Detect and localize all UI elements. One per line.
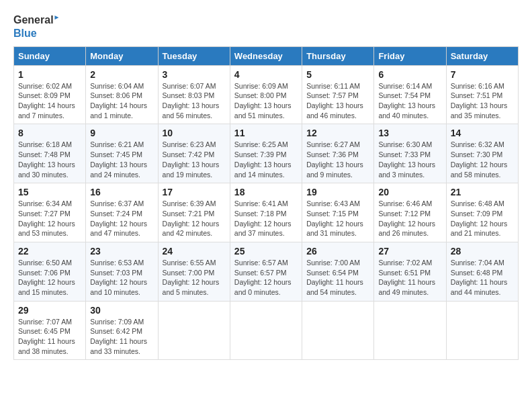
calendar-cell: 2 Sunrise: 6:04 AM Sunset: 8:06 PM Dayli… <box>86 65 158 124</box>
weekday-header-tuesday: Tuesday <box>158 46 230 65</box>
calendar-cell: 5 Sunrise: 6:11 AM Sunset: 7:57 PM Dayli… <box>302 65 374 124</box>
day-number: 18 <box>234 187 298 197</box>
day-number: 19 <box>306 187 369 197</box>
calendar-cell: 7 Sunrise: 6:16 AM Sunset: 7:51 PM Dayli… <box>446 65 518 124</box>
day-detail: Sunrise: 6:41 AM Sunset: 7:18 PM Dayligh… <box>234 199 298 238</box>
calendar-cell: 26 Sunrise: 7:00 AM Sunset: 6:54 PM Dayl… <box>302 242 374 301</box>
calendar-cell <box>374 301 446 360</box>
calendar-cell: 22 Sunrise: 6:50 AM Sunset: 7:06 PM Dayl… <box>14 242 86 301</box>
day-number: 11 <box>234 128 298 138</box>
day-number: 20 <box>378 187 441 197</box>
day-detail: Sunrise: 7:00 AM Sunset: 6:54 PM Dayligh… <box>306 258 369 298</box>
day-detail: Sunrise: 7:07 AM Sunset: 6:45 PM Dayligh… <box>18 317 81 357</box>
day-detail: Sunrise: 6:30 AM Sunset: 7:33 PM Dayligh… <box>378 140 441 179</box>
day-detail: Sunrise: 7:04 AM Sunset: 6:48 PM Dayligh… <box>451 258 514 298</box>
day-detail: Sunrise: 6:18 AM Sunset: 7:48 PM Dayligh… <box>18 140 81 179</box>
calendar-cell: 13 Sunrise: 6:30 AM Sunset: 7:33 PM Dayl… <box>374 124 446 183</box>
day-detail: Sunrise: 6:39 AM Sunset: 7:21 PM Dayligh… <box>163 199 226 238</box>
calendar-cell: 20 Sunrise: 6:46 AM Sunset: 7:12 PM Dayl… <box>374 183 446 242</box>
day-detail: Sunrise: 6:57 AM Sunset: 6:57 PM Dayligh… <box>234 258 298 298</box>
day-number: 5 <box>306 69 369 80</box>
day-number: 10 <box>163 128 226 138</box>
day-detail: Sunrise: 6:23 AM Sunset: 7:42 PM Dayligh… <box>163 140 226 179</box>
calendar-body: 1 Sunrise: 6:02 AM Sunset: 8:09 PM Dayli… <box>14 65 519 360</box>
calendar-week-4: 22 Sunrise: 6:50 AM Sunset: 7:06 PM Dayl… <box>14 242 519 301</box>
day-detail: Sunrise: 7:02 AM Sunset: 6:51 PM Dayligh… <box>378 258 441 298</box>
calendar-cell: 9 Sunrise: 6:21 AM Sunset: 7:45 PM Dayli… <box>86 124 158 183</box>
day-detail: Sunrise: 6:16 AM Sunset: 7:51 PM Dayligh… <box>451 81 514 121</box>
day-number: 17 <box>163 187 226 197</box>
calendar-cell: 29 Sunrise: 7:07 AM Sunset: 6:45 PM Dayl… <box>14 301 86 360</box>
calendar-cell: 21 Sunrise: 6:48 AM Sunset: 7:09 PM Dayl… <box>446 183 518 242</box>
day-number: 15 <box>18 187 81 197</box>
day-number: 9 <box>90 128 153 138</box>
day-number: 26 <box>306 246 369 257</box>
calendar-cell <box>302 301 374 360</box>
calendar-cell: 19 Sunrise: 6:43 AM Sunset: 7:15 PM Dayl… <box>302 183 374 242</box>
day-detail: Sunrise: 6:37 AM Sunset: 7:24 PM Dayligh… <box>90 199 153 238</box>
day-number: 14 <box>451 128 514 138</box>
logo: General► Blue <box>13 13 60 40</box>
day-detail: Sunrise: 6:55 AM Sunset: 7:00 PM Dayligh… <box>163 258 226 298</box>
calendar-cell: 24 Sunrise: 6:55 AM Sunset: 7:00 PM Dayl… <box>158 242 230 301</box>
day-detail: Sunrise: 6:11 AM Sunset: 7:57 PM Dayligh… <box>306 81 369 121</box>
weekday-header-friday: Friday <box>374 46 446 65</box>
calendar-cell: 3 Sunrise: 6:07 AM Sunset: 8:03 PM Dayli… <box>158 65 230 124</box>
day-detail: Sunrise: 6:50 AM Sunset: 7:06 PM Dayligh… <box>18 258 81 298</box>
day-number: 3 <box>163 69 226 80</box>
calendar-table: SundayMondayTuesdayWednesdayThursdayFrid… <box>13 46 519 361</box>
weekday-header-saturday: Saturday <box>446 46 518 65</box>
calendar-cell: 14 Sunrise: 6:32 AM Sunset: 7:30 PM Dayl… <box>446 124 518 183</box>
calendar-cell: 27 Sunrise: 7:02 AM Sunset: 6:51 PM Dayl… <box>374 242 446 301</box>
calendar-cell: 6 Sunrise: 6:14 AM Sunset: 7:54 PM Dayli… <box>374 65 446 124</box>
day-detail: Sunrise: 6:09 AM Sunset: 8:00 PM Dayligh… <box>234 81 298 121</box>
calendar-cell: 11 Sunrise: 6:25 AM Sunset: 7:39 PM Dayl… <box>230 124 302 183</box>
day-number: 2 <box>90 69 153 80</box>
calendar-week-2: 8 Sunrise: 6:18 AM Sunset: 7:48 PM Dayli… <box>14 124 519 183</box>
day-number: 13 <box>378 128 441 138</box>
calendar-cell <box>158 301 230 360</box>
day-number: 28 <box>451 246 514 257</box>
day-detail: Sunrise: 6:43 AM Sunset: 7:15 PM Dayligh… <box>306 199 369 238</box>
day-number: 6 <box>378 69 441 80</box>
logo-text: General► Blue <box>13 13 60 40</box>
page-header: General► Blue <box>13 13 519 40</box>
day-detail: Sunrise: 6:32 AM Sunset: 7:30 PM Dayligh… <box>451 140 514 179</box>
calendar-cell: 16 Sunrise: 6:37 AM Sunset: 7:24 PM Dayl… <box>86 183 158 242</box>
weekday-header-thursday: Thursday <box>302 46 374 65</box>
calendar-cell: 4 Sunrise: 6:09 AM Sunset: 8:00 PM Dayli… <box>230 65 302 124</box>
weekday-header-monday: Monday <box>86 46 158 65</box>
day-number: 27 <box>378 246 441 257</box>
day-detail: Sunrise: 6:34 AM Sunset: 7:27 PM Dayligh… <box>18 199 81 238</box>
calendar-cell <box>230 301 302 360</box>
calendar-cell: 10 Sunrise: 6:23 AM Sunset: 7:42 PM Dayl… <box>158 124 230 183</box>
day-detail: Sunrise: 6:25 AM Sunset: 7:39 PM Dayligh… <box>234 140 298 179</box>
calendar-week-5: 29 Sunrise: 7:07 AM Sunset: 6:45 PM Dayl… <box>14 301 519 360</box>
day-detail: Sunrise: 6:21 AM Sunset: 7:45 PM Dayligh… <box>90 140 153 179</box>
day-number: 4 <box>234 69 298 80</box>
day-number: 16 <box>90 187 153 197</box>
calendar-cell: 25 Sunrise: 6:57 AM Sunset: 6:57 PM Dayl… <box>230 242 302 301</box>
calendar-cell <box>446 301 518 360</box>
day-detail: Sunrise: 6:02 AM Sunset: 8:09 PM Dayligh… <box>18 81 81 121</box>
day-number: 24 <box>163 246 226 257</box>
day-detail: Sunrise: 6:46 AM Sunset: 7:12 PM Dayligh… <box>378 199 441 238</box>
day-detail: Sunrise: 6:53 AM Sunset: 7:03 PM Dayligh… <box>90 258 153 298</box>
day-number: 12 <box>306 128 369 138</box>
day-detail: Sunrise: 7:09 AM Sunset: 6:42 PM Dayligh… <box>90 317 153 357</box>
calendar-header-row: SundayMondayTuesdayWednesdayThursdayFrid… <box>14 46 519 65</box>
day-number: 22 <box>18 246 81 257</box>
day-number: 23 <box>90 246 153 257</box>
day-number: 25 <box>234 246 298 257</box>
calendar-week-3: 15 Sunrise: 6:34 AM Sunset: 7:27 PM Dayl… <box>14 183 519 242</box>
weekday-header-sunday: Sunday <box>14 46 86 65</box>
day-number: 8 <box>18 128 81 138</box>
day-detail: Sunrise: 6:48 AM Sunset: 7:09 PM Dayligh… <box>451 199 514 238</box>
calendar-cell: 15 Sunrise: 6:34 AM Sunset: 7:27 PM Dayl… <box>14 183 86 242</box>
day-number: 21 <box>451 187 514 197</box>
calendar-cell: 18 Sunrise: 6:41 AM Sunset: 7:18 PM Dayl… <box>230 183 302 242</box>
calendar-cell: 1 Sunrise: 6:02 AM Sunset: 8:09 PM Dayli… <box>14 65 86 124</box>
calendar-cell: 30 Sunrise: 7:09 AM Sunset: 6:42 PM Dayl… <box>86 301 158 360</box>
calendar-cell: 8 Sunrise: 6:18 AM Sunset: 7:48 PM Dayli… <box>14 124 86 183</box>
calendar-cell: 23 Sunrise: 6:53 AM Sunset: 7:03 PM Dayl… <box>86 242 158 301</box>
